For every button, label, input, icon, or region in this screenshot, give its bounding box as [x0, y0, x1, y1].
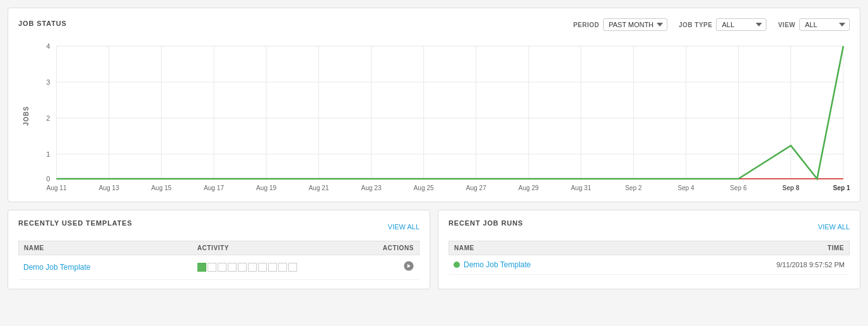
activity-square-2 — [218, 263, 226, 272]
svg-text:Aug 13: Aug 13 — [99, 184, 120, 191]
activity-square-8 — [278, 263, 287, 272]
activity-square-5 — [248, 263, 257, 272]
svg-text:4: 4 — [46, 42, 50, 50]
jobs-title: RECENT JOB RUNS — [449, 219, 523, 227]
activity-square-9 — [288, 263, 297, 272]
job-name-cell: Demo Job Template — [454, 260, 777, 269]
jobtype-control: JOB TYPE ALL — [679, 18, 766, 31]
svg-text:Aug 17: Aug 17 — [204, 184, 225, 191]
templates-table-header: NAME ACTIVITY ACTIONS — [18, 241, 419, 255]
period-select[interactable]: PAST MONTH PAST WEEK PAST DAY — [603, 18, 667, 31]
svg-text:Aug 11: Aug 11 — [46, 184, 67, 191]
jobs-col-name: NAME — [454, 244, 828, 251]
svg-text:Sep 6: Sep 6 — [730, 184, 747, 191]
svg-text:Aug 25: Aug 25 — [414, 184, 435, 191]
svg-text:3: 3 — [46, 78, 50, 86]
svg-text:Sep 4: Sep 4 — [677, 184, 695, 191]
activity-square-6 — [258, 263, 267, 272]
activity-square-7 — [268, 263, 277, 272]
job-status-title: JOB STATUS — [18, 20, 67, 27]
activity-square-0 — [197, 263, 206, 272]
view-label: VIEW — [778, 21, 795, 28]
status-dot-success — [454, 262, 460, 268]
job-time: 9/11/2018 9:57:52 PM — [777, 261, 845, 269]
templates-view-all[interactable]: VIEW ALL — [388, 223, 419, 231]
recently-used-templates-card: RECENTLY USED TEMPLATES VIEW ALL NAME AC… — [8, 210, 430, 289]
activity-square-1 — [208, 263, 216, 272]
launch-icon[interactable] — [327, 260, 414, 274]
recent-job-runs-card: RECENT JOB RUNS VIEW ALL NAME TIME Demo … — [438, 210, 860, 289]
svg-text:Aug 31: Aug 31 — [571, 184, 592, 191]
svg-text:Aug 27: Aug 27 — [466, 184, 487, 191]
y-axis-label: JOBS — [18, 40, 31, 191]
line-chart: 4 3 2 1 0 — [31, 40, 850, 191]
bottom-row: RECENTLY USED TEMPLATES VIEW ALL NAME AC… — [8, 210, 860, 289]
period-control: PERIOD PAST MONTH PAST WEEK PAST DAY — [573, 18, 667, 31]
job-status-card: JOB STATUS PERIOD PAST MONTH PAST WEEK P… — [8, 8, 860, 202]
svg-text:1: 1 — [46, 150, 50, 158]
templates-title: RECENTLY USED TEMPLATES — [18, 219, 132, 227]
chart-controls: PERIOD PAST MONTH PAST WEEK PAST DAY JOB… — [573, 18, 850, 31]
svg-text:Aug 29: Aug 29 — [519, 184, 539, 191]
svg-text:Aug 15: Aug 15 — [151, 184, 172, 191]
activity-square-4 — [238, 263, 247, 272]
chart-inner: 4 3 2 1 0 — [31, 40, 850, 191]
jobs-card-header: RECENT JOB RUNS VIEW ALL — [449, 219, 850, 234]
period-label: PERIOD — [573, 21, 599, 28]
svg-text:Sep 11: Sep 11 — [833, 184, 850, 191]
svg-text:0: 0 — [46, 175, 50, 183]
view-control: VIEW ALL — [778, 18, 850, 31]
templates-card-header: RECENTLY USED TEMPLATES VIEW ALL — [18, 219, 419, 234]
table-row: Demo Job Template 9/11/2018 9:57:52 PM — [449, 255, 850, 275]
templates-col-name: NAME — [24, 244, 197, 251]
jobs-table-header: NAME TIME — [449, 241, 850, 255]
templates-col-activity: ACTIVITY — [197, 244, 327, 251]
svg-text:Sep 8: Sep 8 — [782, 184, 799, 191]
jobtype-label: JOB TYPE — [679, 21, 712, 28]
template-name-link[interactable]: Demo Job Template — [23, 263, 197, 272]
svg-text:2: 2 — [46, 114, 50, 122]
table-row: Demo Job Template — [18, 255, 419, 280]
jobtype-select[interactable]: ALL — [716, 18, 766, 31]
templates-col-actions: ACTIONS — [327, 244, 414, 251]
view-select[interactable]: ALL — [799, 18, 850, 31]
job-name-link[interactable]: Demo Job Template — [464, 260, 531, 269]
activity-bar — [197, 263, 328, 272]
chart-container: JOBS 4 3 2 1 0 — [18, 40, 850, 191]
svg-text:Aug 19: Aug 19 — [256, 184, 277, 191]
svg-text:Sep 2: Sep 2 — [625, 184, 642, 191]
svg-text:Aug 23: Aug 23 — [361, 184, 382, 191]
jobs-col-time: TIME — [828, 244, 844, 251]
svg-text:Aug 21: Aug 21 — [308, 184, 329, 191]
jobs-view-all[interactable]: VIEW ALL — [818, 223, 850, 231]
activity-square-3 — [228, 263, 237, 272]
